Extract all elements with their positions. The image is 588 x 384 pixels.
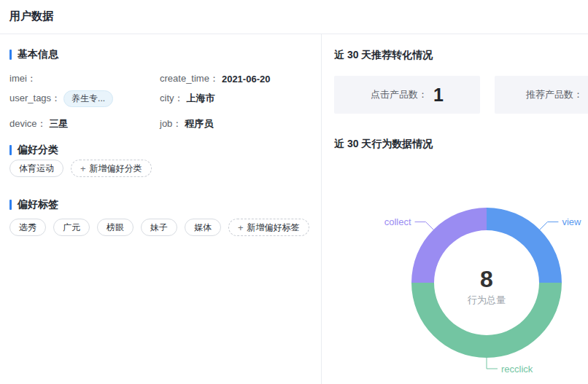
donut-center-label: 行为总量 [467, 294, 506, 305]
field-value: 上海市 [187, 92, 215, 105]
category-tag: 体育运动 [9, 160, 63, 177]
preference-tags-header: 偏好标签 [9, 198, 58, 211]
field-value: 2021-06-20 [222, 74, 271, 85]
page-title: 用户数据 [9, 9, 53, 23]
preference-tags-list: 选秀广元榜眼妹子媒体 + 新增偏好标签 [9, 219, 309, 236]
field-value: 三星 [50, 117, 69, 130]
preference-category-tags: 体育运动 + 新增偏好分类 [9, 160, 152, 177]
field-label: user_tags： [9, 92, 61, 105]
behavior-donut-chart: viewrecclickcollect 8 行为总量 [322, 34, 588, 384]
preference-tag: 选秀 [9, 219, 46, 236]
donut-label-collect: collect [384, 216, 411, 227]
donut-total-value: 8 [480, 266, 493, 292]
preference-tag: 妹子 [141, 219, 177, 236]
basic-info-header: 基本信息 [9, 48, 58, 61]
field-label: create_time： [160, 72, 219, 85]
field-label: imei： [9, 72, 36, 85]
preference-tag: 广元 [53, 219, 90, 236]
add-category-label: 新增偏好分类 [90, 162, 142, 175]
section-accent-bar [9, 145, 12, 155]
section-accent-bar [9, 200, 12, 210]
basic-info-title: 基本信息 [18, 48, 58, 61]
plus-icon: + [80, 163, 86, 174]
donut-label-line-recclick [487, 357, 498, 369]
field-label: city： [160, 92, 184, 105]
section-accent-bar [9, 50, 12, 60]
plus-icon: + [238, 222, 244, 233]
right-panel: 近 30 天推荐转化情况 点击产品数： 1 推荐产品数： 20 近 30 天行为… [322, 34, 588, 384]
donut-slice-view[interactable] [487, 208, 562, 283]
field-device: device： 三星 [9, 115, 69, 133]
donut-label-line-collect [415, 222, 434, 230]
field-create-time: create_time： 2021-06-20 [160, 70, 270, 87]
field-city: city： 上海市 [160, 90, 215, 107]
field-label: job： [160, 117, 182, 130]
field-job: job： 程序员 [160, 115, 213, 133]
preference-tag: 榜眼 [97, 219, 134, 236]
donut-label-view: view [562, 216, 581, 227]
donut-slice-collect[interactable] [411, 208, 487, 283]
field-user-tags: user_tags： 养生专... [9, 90, 113, 107]
preference-category-header: 偏好分类 [9, 144, 58, 157]
add-preference-tag-button[interactable]: + 新增偏好标签 [228, 219, 309, 236]
preference-tags-title: 偏好标签 [18, 198, 58, 211]
field-label: device： [9, 117, 47, 130]
preference-category-title: 偏好分类 [18, 144, 58, 157]
donut-label-recclick: recclick [501, 364, 533, 375]
user-tag-pill[interactable]: 养生专... [63, 90, 113, 107]
add-preference-category-button[interactable]: + 新增偏好分类 [71, 160, 152, 177]
preference-tag: 媒体 [185, 219, 221, 236]
field-value: 程序员 [185, 117, 213, 130]
field-imei: imei： [9, 70, 39, 87]
add-tag-label: 新增偏好标签 [247, 222, 300, 234]
donut-label-line-view [539, 222, 558, 230]
left-panel: 基本信息 imei： create_time： 2021-06-20 user_… [0, 34, 321, 384]
